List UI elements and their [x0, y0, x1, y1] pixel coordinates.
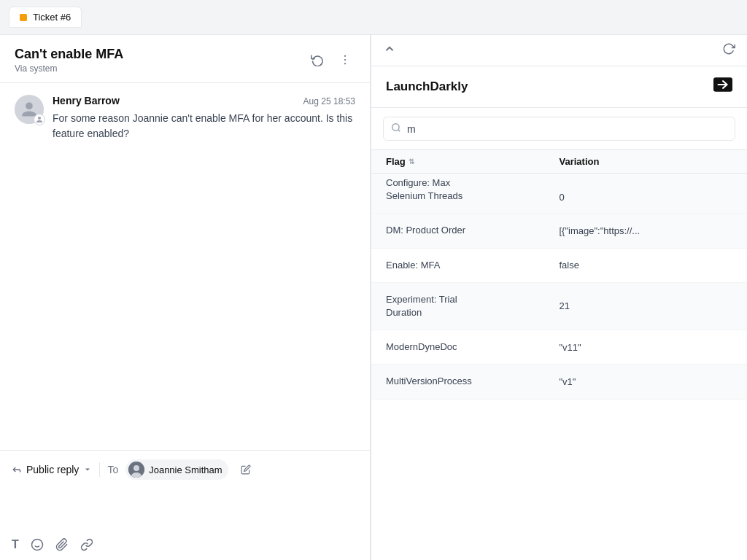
flag-row: MultiVersionProcess "v1": [371, 365, 747, 399]
sort-icon: ⇅: [409, 158, 414, 166]
svg-line-11: [398, 130, 400, 132]
flag-name: DM: Product Order: [386, 224, 560, 237]
flag-row: Experiment: Trial Duration 21: [371, 283, 747, 330]
avatar-badge: [34, 114, 45, 125]
svg-point-2: [344, 63, 346, 64]
flag-variation: "v1": [560, 376, 733, 387]
main-layout: Can't enable MFA Via system: [0, 35, 747, 560]
reply-top: Public reply To Joannie Smi: [12, 459, 358, 480]
divider: [99, 462, 100, 477]
search-input-wrap: [383, 117, 735, 141]
message-header: Henry Barrow Aug 25 18:53: [53, 95, 355, 106]
attach-button[interactable]: [55, 538, 69, 551]
reply-type-label: Public reply: [26, 464, 79, 475]
ld-open-button[interactable]: [713, 77, 732, 97]
edit-recipient-button[interactable]: [236, 459, 256, 480]
flag-name: Experiment: Trial Duration: [386, 293, 560, 319]
svg-point-6: [31, 540, 42, 551]
ticket-source: Via system: [15, 63, 123, 74]
text-icon: T: [12, 538, 19, 551]
flag-name: Configure: Max Selenium Threads: [386, 176, 560, 203]
flag-column-header: Flag ⇅: [386, 156, 560, 167]
messages-area: Henry Barrow Aug 25 18:53 For some reaso…: [0, 83, 370, 450]
text-format-button[interactable]: T: [12, 538, 19, 551]
ticket-tab[interactable]: Ticket #6: [9, 7, 82, 28]
left-panel: Can't enable MFA Via system: [0, 35, 371, 560]
ld-title: LaunchDarkly: [386, 79, 468, 94]
message-content: Henry Barrow Aug 25 18:53 For some reaso…: [53, 95, 355, 141]
flags-header: Flag ⇅ Variation: [371, 150, 747, 174]
to-label: To: [107, 464, 118, 475]
right-header: [371, 35, 747, 66]
flag-variation: [{"image":"https://...: [560, 225, 733, 236]
flag-name: Enable: MFA: [386, 259, 560, 272]
svg-point-10: [392, 124, 399, 131]
right-panel: LaunchDarkly: [371, 35, 747, 560]
message-body: For some reason Joannie can't enable MFA…: [53, 111, 355, 141]
reply-type-button[interactable]: Public reply: [12, 464, 92, 475]
search-icon: [391, 122, 401, 135]
recipient-avatar: [128, 462, 144, 478]
flag-name: MultiVersionProcess: [386, 375, 560, 388]
variation-column-header: Variation: [560, 156, 733, 167]
flag-variation: false: [560, 260, 733, 271]
svg-point-0: [344, 55, 346, 57]
flag-row-partial: Configure: Max Selenium Threads 0: [371, 174, 747, 214]
flags-table: Flag ⇅ Variation Configure: Max Selenium…: [371, 150, 747, 560]
ticket-title: Can't enable MFA: [15, 47, 123, 62]
collapse-button[interactable]: [383, 42, 396, 58]
history-button[interactable]: [307, 50, 328, 70]
flag-name: ModernDyneDoc: [386, 341, 560, 354]
flag-variation: 21: [560, 300, 733, 311]
svg-point-1: [344, 59, 346, 61]
header-text: Can't enable MFA Via system: [15, 47, 123, 74]
message-author: Henry Barrow: [53, 95, 120, 106]
flag-row: ModernDyneDoc "v11": [371, 330, 747, 365]
emoji-button[interactable]: [31, 538, 44, 551]
ld-header: LaunchDarkly: [371, 66, 747, 108]
svg-point-4: [133, 465, 139, 471]
message-time: Aug 25 18:53: [303, 96, 355, 106]
reply-textarea[interactable]: [12, 486, 358, 529]
reply-bar: Public reply To Joannie Smi: [0, 450, 370, 560]
ticket-tab-dot: [20, 14, 27, 21]
reply-toolbar: T: [12, 535, 358, 551]
search-container: [371, 108, 747, 150]
recipient-name: Joannie Smitham: [149, 464, 222, 475]
top-bar: Ticket #6: [0, 0, 747, 35]
more-options-button[interactable]: [335, 50, 355, 70]
dropdown-chevron-icon: [83, 465, 92, 474]
flag-row: Enable: MFA false: [371, 249, 747, 283]
flag-variation: "v11": [560, 342, 733, 353]
flag-row: DM: Product Order [{"image":"https://...: [371, 214, 747, 248]
ticket-tab-label: Ticket #6: [33, 12, 71, 23]
flag-variation: 0: [560, 192, 733, 203]
message-item: Henry Barrow Aug 25 18:53 For some reaso…: [15, 95, 355, 141]
link-button[interactable]: [80, 538, 93, 551]
header-actions: [307, 50, 355, 70]
recipient-chip[interactable]: Joannie Smitham: [125, 459, 228, 480]
refresh-button[interactable]: [722, 42, 735, 58]
search-input[interactable]: [407, 123, 727, 135]
avatar: [15, 95, 44, 124]
left-header: Can't enable MFA Via system: [0, 35, 370, 83]
